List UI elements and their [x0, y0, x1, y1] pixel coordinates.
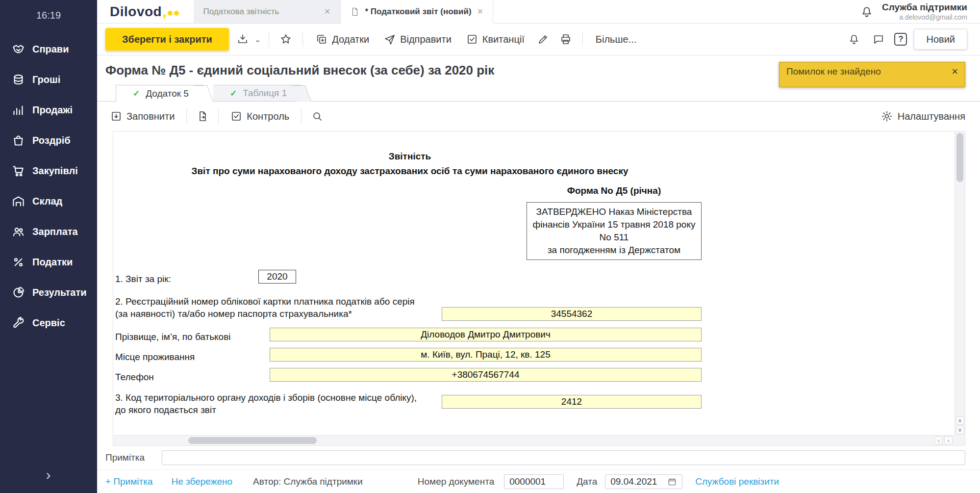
- sidebar-item-label: Склад: [32, 196, 62, 207]
- send-label: Відправити: [400, 34, 452, 45]
- control-label: Контроль: [247, 111, 289, 122]
- search-button[interactable]: [308, 107, 326, 125]
- sidebar-collapse-chevron-icon[interactable]: ›: [46, 467, 51, 482]
- form-name: Форма No Д5 (річна): [527, 185, 702, 196]
- clock: 16:19: [0, 0, 97, 21]
- export-document-button[interactable]: [194, 107, 211, 125]
- new-button[interactable]: Новий: [914, 29, 967, 50]
- divider: [582, 32, 583, 47]
- service-details-link[interactable]: Службові реквізити: [695, 476, 779, 487]
- star-icon: [280, 33, 292, 45]
- edit-button[interactable]: [534, 30, 552, 48]
- account-info[interactable]: Служба підтримки a.delovod@gmail.com: [882, 2, 967, 21]
- sidebar-item-zarplata[interactable]: Зарплата: [0, 216, 97, 247]
- tab-spacer: [302, 85, 980, 102]
- control-button[interactable]: Контроль: [226, 107, 294, 125]
- reg-number-field[interactable]: 34554362: [442, 307, 702, 321]
- sidebar-item-zakupivli[interactable]: Закупівлі: [0, 156, 97, 186]
- sidebar-item-label: Податки: [32, 257, 73, 268]
- add-note-link[interactable]: + Примітка: [105, 476, 153, 487]
- doc-tab-label: Таблиця 1: [243, 88, 287, 99]
- search-icon: [311, 110, 323, 122]
- note-row: Примітка: [97, 446, 980, 469]
- date-field[interactable]: 09.04.2021: [605, 474, 682, 489]
- settings-button[interactable]: Налаштування: [881, 110, 965, 122]
- sidebar-item-sklad[interactable]: Склад: [0, 186, 97, 216]
- tab-tax-reporting[interactable]: Податкова звітність ×: [194, 0, 341, 23]
- close-icon[interactable]: ×: [952, 66, 958, 77]
- save-dropdown-chevron-icon[interactable]: ⌄: [254, 35, 261, 44]
- print-button[interactable]: [557, 30, 575, 48]
- vertical-scrollbar-thumb[interactable]: [956, 133, 963, 182]
- scroll-down-icon[interactable]: ∨: [956, 426, 964, 434]
- chat-button[interactable]: [870, 30, 887, 48]
- sidebar-item-podatky[interactable]: Податки: [0, 247, 97, 277]
- phone-field[interactable]: +380674567744: [270, 368, 702, 382]
- account-name: Служба підтримки: [882, 2, 967, 13]
- help-button[interactable]: ?: [894, 33, 907, 46]
- sidebar-item-rozdrib[interactable]: Роздріб: [0, 125, 97, 156]
- fill-import-icon: [110, 110, 122, 122]
- horizontal-scrollbar-thumb[interactable]: [188, 437, 317, 444]
- logo-comma-icon: ,: [162, 3, 166, 20]
- year-field[interactable]: 2020: [258, 270, 296, 284]
- sidebar-item-rezultaty[interactable]: Результати: [0, 277, 97, 308]
- topbar: Dilovod , Податкова звітність × * Податк…: [97, 0, 980, 24]
- address-label: Місце проживання: [115, 351, 195, 363]
- sidebar-item-prodazhi[interactable]: Продажі: [0, 95, 97, 125]
- sidebar: 16:19 Справи Гроші Продажі Роздріб Закуп…: [0, 0, 97, 493]
- notifications-button[interactable]: [845, 30, 863, 48]
- divider: [269, 32, 269, 47]
- document-icon: [351, 7, 359, 17]
- tab-tax-report-new[interactable]: * Податковий звіт (новий) ×: [341, 0, 494, 23]
- sidebar-item-label: Справи: [32, 44, 69, 55]
- note-label: Примітка: [105, 452, 162, 463]
- bar-chart-icon: [12, 104, 25, 117]
- more-button[interactable]: Більше...: [591, 31, 642, 48]
- calendar-icon[interactable]: [667, 477, 677, 487]
- percent-icon: [12, 256, 25, 269]
- divider: [302, 32, 303, 47]
- doc-number-field[interactable]: 0000001: [504, 474, 564, 489]
- save-and-close-button[interactable]: Зберегти і закрити: [105, 28, 229, 51]
- horizontal-scrollbar[interactable]: ‹ ›: [113, 435, 955, 445]
- sidebar-item-hroshi[interactable]: Гроші: [0, 64, 97, 95]
- divider: [301, 109, 302, 124]
- save-state-link[interactable]: Не збережено: [172, 476, 233, 487]
- horizontal-scroll-arrows: ‹ ›: [934, 436, 953, 444]
- save-button[interactable]: [234, 30, 251, 48]
- sidebar-item-label: Результати: [32, 287, 87, 298]
- dilovod-logo[interactable]: Dilovod ,: [97, 0, 194, 23]
- doc-tab-tablytsia1[interactable]: ✓ Таблиця 1: [213, 85, 302, 102]
- send-button[interactable]: Відправити: [379, 30, 456, 48]
- document-export-icon: [197, 110, 208, 122]
- sidebar-item-spravy[interactable]: Справи: [0, 34, 97, 64]
- scroll-right-icon[interactable]: ›: [944, 436, 953, 444]
- org-code-field[interactable]: 2412: [442, 395, 702, 409]
- check-icon: ✓: [230, 88, 237, 99]
- gear-icon: [881, 110, 893, 122]
- doc-tab-dodatok5[interactable]: ✓ Додаток 5: [116, 85, 203, 102]
- scroll-up-icon[interactable]: ∧: [956, 416, 964, 425]
- bell-icon[interactable]: [860, 5, 873, 18]
- favorite-button[interactable]: [277, 30, 295, 48]
- account-email: a.delovod@gmail.com: [882, 13, 967, 21]
- fullname-field[interactable]: Діловодов Дмитро Дмитрович: [270, 328, 702, 341]
- scroll-left-icon[interactable]: ‹: [934, 436, 943, 444]
- attachments-button[interactable]: Додатки: [311, 30, 374, 48]
- close-icon[interactable]: ×: [325, 6, 330, 17]
- address-field[interactable]: м. Київ, вул. Праці, 12, кв. 125: [270, 348, 702, 362]
- sidebar-item-servis[interactable]: Сервіс: [0, 308, 97, 338]
- toolbar: Зберегти і закрити ⌄ Додатки Відправити …: [97, 24, 980, 55]
- checkbox-icon: [230, 110, 242, 122]
- receipts-button[interactable]: Квитанції: [461, 30, 529, 48]
- fill-button[interactable]: Заповнити: [105, 107, 179, 125]
- date-value: 09.04.2021: [610, 476, 657, 487]
- logo-text: Dilovod: [110, 4, 162, 20]
- scrollbar-corner: [955, 435, 965, 445]
- sidebar-item-label: Зарплата: [32, 226, 78, 237]
- note-input[interactable]: [162, 450, 965, 465]
- close-icon[interactable]: ×: [477, 6, 483, 17]
- vertical-scrollbar[interactable]: ∧ ∨: [955, 131, 965, 435]
- form-canvas: Звітність Звіт про суми нарахованого дох…: [113, 131, 955, 435]
